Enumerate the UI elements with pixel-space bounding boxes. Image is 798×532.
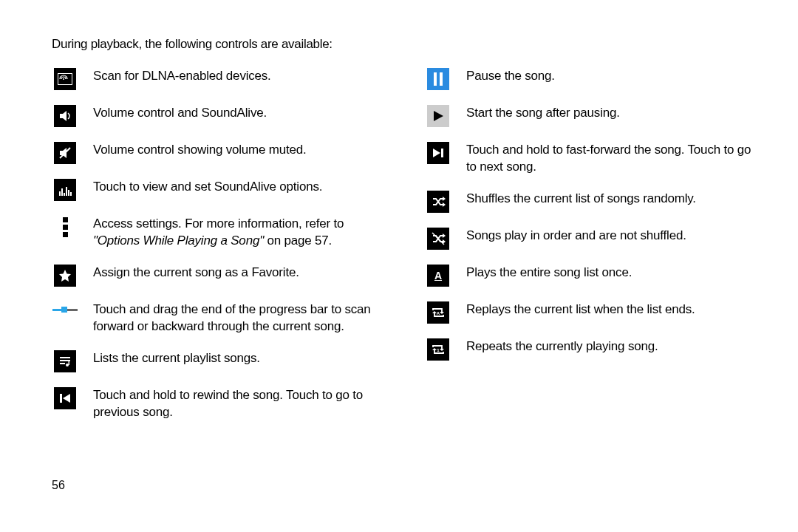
svg-rect-17 bbox=[60, 394, 62, 403]
item-text: Songs play in order and are not shuffled… bbox=[466, 228, 686, 245]
svg-rect-16 bbox=[69, 361, 70, 365]
playlist-icon bbox=[54, 350, 76, 372]
item-text: Assign the current song as a Favorite. bbox=[93, 265, 299, 282]
svg-marker-25 bbox=[443, 202, 446, 207]
right-column: Pause the song. Start the song after pau… bbox=[425, 68, 754, 436]
item-text: Shuffles the current list of songs rando… bbox=[466, 191, 696, 208]
svg-marker-32 bbox=[440, 349, 444, 351]
list-item: Touch and hold to fast-forward the song.… bbox=[425, 142, 754, 176]
shuffle-off-icon bbox=[427, 228, 449, 250]
item-text: Plays the entire song list once. bbox=[466, 265, 632, 282]
item-text: Pause the song. bbox=[466, 68, 555, 85]
svg-rect-10 bbox=[70, 192, 72, 196]
pause-icon bbox=[427, 68, 449, 90]
list-item: A Replays the current list when the list… bbox=[425, 301, 754, 324]
list-item: Songs play in order and are not shuffled… bbox=[425, 228, 754, 250]
item-text: Volume control and SoundAlive. bbox=[93, 105, 267, 122]
repeat-one-icon: 1 bbox=[427, 338, 449, 361]
item-text: Replays the current list when the list e… bbox=[466, 301, 695, 318]
list-item: Touch and hold to rewind the song. Touch… bbox=[52, 387, 381, 421]
svg-marker-26 bbox=[443, 233, 446, 238]
menu-dots-icon bbox=[61, 216, 69, 238]
volume-muted-icon bbox=[54, 142, 76, 164]
svg-point-1 bbox=[63, 78, 64, 80]
shuffle-on-icon bbox=[427, 191, 449, 213]
intro-text: During playback, the following controls … bbox=[52, 37, 754, 52]
progress-bar-icon bbox=[52, 306, 78, 313]
equalizer-icon bbox=[54, 179, 76, 201]
list-item: Assign the current song as a Favorite. bbox=[52, 265, 381, 287]
svg-rect-7 bbox=[64, 193, 65, 196]
svg-marker-21 bbox=[434, 111, 443, 121]
item-text: Scan for DLNA-enabled devices. bbox=[93, 68, 271, 85]
list-item: Touch and drag the end of the progress b… bbox=[52, 301, 381, 335]
favorite-star-icon bbox=[54, 265, 76, 287]
item-text: Start the song after pausing. bbox=[466, 105, 620, 122]
item-text: Touch and drag the end of the progress b… bbox=[93, 301, 381, 335]
list-item: Volume control and SoundAlive. bbox=[52, 105, 381, 127]
dlna-scan-icon bbox=[54, 68, 76, 90]
svg-point-15 bbox=[66, 364, 69, 366]
item-text: Access settings. For more information, r… bbox=[93, 216, 381, 250]
svg-marker-29 bbox=[440, 312, 444, 314]
left-column: Scan for DLNA-enabled devices. Volume co… bbox=[52, 68, 381, 436]
item-text: Touch and hold to fast-forward the song.… bbox=[466, 142, 754, 176]
svg-marker-11 bbox=[59, 270, 71, 282]
list-item: Start the song after pausing. bbox=[425, 105, 754, 127]
list-item: Touch to view and set SoundAlive options… bbox=[52, 179, 381, 201]
svg-rect-8 bbox=[66, 187, 67, 196]
svg-line-28 bbox=[432, 233, 444, 245]
volume-icon bbox=[54, 105, 76, 127]
previous-track-icon bbox=[54, 387, 76, 409]
repeat-all-icon: A bbox=[427, 301, 449, 324]
item-text: Volume control showing volume muted. bbox=[93, 142, 307, 159]
list-item: Volume control showing volume muted. bbox=[52, 142, 381, 164]
svg-rect-6 bbox=[61, 188, 63, 196]
svg-marker-33 bbox=[432, 348, 437, 350]
next-track-icon bbox=[427, 142, 449, 164]
svg-rect-5 bbox=[59, 191, 61, 196]
list-item: Access settings. For more information, r… bbox=[52, 216, 381, 250]
svg-marker-22 bbox=[433, 149, 440, 157]
svg-marker-24 bbox=[443, 197, 446, 201]
item-text: Touch and hold to rewind the song. Touch… bbox=[93, 387, 381, 421]
item-text: Repeats the currently playing song. bbox=[466, 338, 658, 355]
list-item: Pause the song. bbox=[425, 68, 754, 90]
svg-rect-23 bbox=[441, 149, 443, 157]
svg-marker-18 bbox=[63, 394, 70, 403]
list-item: Lists the current playlist songs. bbox=[52, 350, 381, 372]
svg-text:1: 1 bbox=[437, 347, 440, 352]
play-once-icon: A bbox=[427, 265, 449, 287]
svg-rect-20 bbox=[440, 72, 443, 86]
list-item: 1 Repeats the currently playing song. bbox=[425, 338, 754, 361]
page-number: 56 bbox=[52, 479, 65, 492]
item-text: Lists the current playlist songs. bbox=[93, 350, 260, 367]
play-icon bbox=[427, 105, 449, 127]
list-item: A Plays the entire song list once. bbox=[425, 265, 754, 287]
svg-text:A: A bbox=[437, 310, 440, 315]
list-item: Shuffles the current list of songs rando… bbox=[425, 191, 754, 213]
list-item: Scan for DLNA-enabled devices. bbox=[52, 68, 381, 90]
item-text: Touch to view and set SoundAlive options… bbox=[93, 179, 322, 196]
svg-rect-9 bbox=[68, 190, 69, 196]
svg-rect-19 bbox=[434, 72, 437, 86]
svg-marker-2 bbox=[60, 111, 66, 121]
